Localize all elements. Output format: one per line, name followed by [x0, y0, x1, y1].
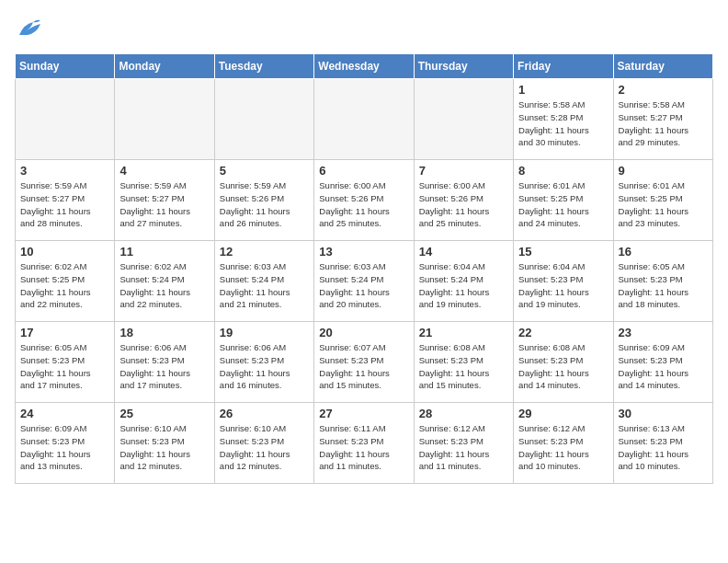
calendar-cell: 26Sunrise: 6:10 AM Sunset: 5:23 PM Dayli… [214, 403, 313, 484]
weekday-header-tuesday: Tuesday [214, 54, 313, 79]
day-number: 29 [518, 407, 608, 420]
day-info: Sunrise: 6:00 AM Sunset: 5:26 PM Dayligh… [319, 179, 408, 230]
weekday-header-thursday: Thursday [414, 54, 513, 79]
calendar-cell: 19Sunrise: 6:06 AM Sunset: 5:23 PM Dayli… [214, 322, 313, 403]
day-info: Sunrise: 6:12 AM Sunset: 5:23 PM Dayligh… [419, 422, 508, 473]
week-row-2: 3Sunrise: 5:59 AM Sunset: 5:27 PM Daylig… [16, 160, 713, 241]
day-info: Sunrise: 6:06 AM Sunset: 5:23 PM Dayligh… [220, 341, 309, 392]
day-info: Sunrise: 6:10 AM Sunset: 5:23 PM Dayligh… [119, 422, 209, 473]
calendar-cell: 25Sunrise: 6:10 AM Sunset: 5:23 PM Dayli… [115, 403, 214, 484]
day-info: Sunrise: 6:03 AM Sunset: 5:24 PM Dayligh… [319, 260, 408, 311]
calendar-cell: 7Sunrise: 6:00 AM Sunset: 5:26 PM Daylig… [414, 160, 513, 241]
day-number: 13 [319, 245, 408, 259]
day-number: 14 [419, 245, 508, 259]
day-number: 21 [419, 326, 508, 339]
calendar-cell [214, 79, 313, 160]
calendar-cell: 10Sunrise: 6:02 AM Sunset: 5:25 PM Dayli… [16, 241, 115, 322]
day-number: 23 [619, 326, 708, 339]
day-number: 25 [119, 407, 209, 420]
day-info: Sunrise: 6:13 AM Sunset: 5:23 PM Dayligh… [619, 422, 708, 473]
day-number: 22 [518, 326, 608, 339]
day-info: Sunrise: 6:00 AM Sunset: 5:26 PM Dayligh… [419, 179, 508, 230]
day-number: 30 [619, 407, 708, 420]
day-info: Sunrise: 6:05 AM Sunset: 5:23 PM Dayligh… [20, 341, 109, 392]
day-info: Sunrise: 6:11 AM Sunset: 5:23 PM Dayligh… [319, 422, 408, 473]
calendar-cell [16, 79, 115, 160]
day-info: Sunrise: 6:04 AM Sunset: 5:24 PM Dayligh… [419, 260, 508, 311]
calendar-cell: 14Sunrise: 6:04 AM Sunset: 5:24 PM Dayli… [414, 241, 513, 322]
calendar-cell: 23Sunrise: 6:09 AM Sunset: 5:23 PM Dayli… [613, 322, 712, 403]
calendar-cell: 5Sunrise: 5:59 AM Sunset: 5:26 PM Daylig… [214, 160, 313, 241]
calendar-cell [115, 79, 214, 160]
calendar-cell: 28Sunrise: 6:12 AM Sunset: 5:23 PM Dayli… [414, 403, 513, 484]
day-number: 5 [220, 164, 309, 178]
calendar-cell: 24Sunrise: 6:09 AM Sunset: 5:23 PM Dayli… [16, 403, 115, 484]
day-number: 27 [319, 407, 408, 420]
calendar-cell [314, 79, 414, 160]
week-row-4: 17Sunrise: 6:05 AM Sunset: 5:23 PM Dayli… [16, 322, 713, 403]
day-number: 20 [319, 326, 408, 339]
calendar-cell: 1Sunrise: 5:58 AM Sunset: 5:28 PM Daylig… [514, 79, 613, 160]
logo-icon [15, 15, 42, 42]
day-info: Sunrise: 6:01 AM Sunset: 5:25 PM Dayligh… [619, 179, 708, 230]
calendar-cell [414, 79, 513, 160]
calendar-cell: 9Sunrise: 6:01 AM Sunset: 5:25 PM Daylig… [613, 160, 712, 241]
day-number: 3 [20, 164, 109, 178]
day-info: Sunrise: 6:07 AM Sunset: 5:23 PM Dayligh… [319, 341, 408, 392]
day-info: Sunrise: 6:02 AM Sunset: 5:25 PM Dayligh… [20, 260, 109, 311]
day-info: Sunrise: 6:03 AM Sunset: 5:24 PM Dayligh… [220, 260, 309, 311]
weekday-header-saturday: Saturday [613, 54, 712, 79]
calendar-cell: 3Sunrise: 5:59 AM Sunset: 5:27 PM Daylig… [16, 160, 115, 241]
calendar-cell: 16Sunrise: 6:05 AM Sunset: 5:23 PM Dayli… [613, 241, 712, 322]
calendar-cell: 21Sunrise: 6:08 AM Sunset: 5:23 PM Dayli… [414, 322, 513, 403]
day-info: Sunrise: 5:59 AM Sunset: 5:27 PM Dayligh… [20, 179, 109, 230]
day-number: 28 [419, 407, 508, 420]
day-number: 2 [619, 83, 708, 97]
day-number: 18 [119, 326, 209, 339]
calendar-cell: 12Sunrise: 6:03 AM Sunset: 5:24 PM Dayli… [214, 241, 313, 322]
day-number: 17 [20, 326, 109, 339]
week-row-1: 1Sunrise: 5:58 AM Sunset: 5:28 PM Daylig… [16, 79, 713, 160]
day-number: 12 [220, 245, 309, 259]
day-info: Sunrise: 6:06 AM Sunset: 5:23 PM Dayligh… [119, 341, 209, 392]
calendar-cell: 30Sunrise: 6:13 AM Sunset: 5:23 PM Dayli… [613, 403, 712, 484]
calendar: SundayMondayTuesdayWednesdayThursdayFrid… [15, 53, 713, 484]
weekday-header-row: SundayMondayTuesdayWednesdayThursdayFrid… [16, 54, 713, 79]
day-number: 6 [319, 164, 408, 178]
day-info: Sunrise: 6:10 AM Sunset: 5:23 PM Dayligh… [220, 422, 309, 473]
day-number: 4 [119, 164, 209, 178]
day-info: Sunrise: 6:09 AM Sunset: 5:23 PM Dayligh… [619, 341, 708, 392]
logo [15, 15, 46, 42]
day-info: Sunrise: 6:08 AM Sunset: 5:23 PM Dayligh… [518, 341, 608, 392]
calendar-cell: 20Sunrise: 6:07 AM Sunset: 5:23 PM Dayli… [314, 322, 414, 403]
calendar-cell: 22Sunrise: 6:08 AM Sunset: 5:23 PM Dayli… [514, 322, 613, 403]
weekday-header-friday: Friday [514, 54, 613, 79]
day-info: Sunrise: 5:59 AM Sunset: 5:27 PM Dayligh… [119, 179, 209, 230]
calendar-cell: 2Sunrise: 5:58 AM Sunset: 5:27 PM Daylig… [613, 79, 712, 160]
day-number: 26 [220, 407, 309, 420]
day-info: Sunrise: 5:58 AM Sunset: 5:27 PM Dayligh… [619, 98, 708, 149]
week-row-3: 10Sunrise: 6:02 AM Sunset: 5:25 PM Dayli… [16, 241, 713, 322]
calendar-cell: 18Sunrise: 6:06 AM Sunset: 5:23 PM Dayli… [115, 322, 214, 403]
day-info: Sunrise: 6:08 AM Sunset: 5:23 PM Dayligh… [419, 341, 508, 392]
calendar-cell: 13Sunrise: 6:03 AM Sunset: 5:24 PM Dayli… [314, 241, 414, 322]
calendar-cell: 27Sunrise: 6:11 AM Sunset: 5:23 PM Dayli… [314, 403, 414, 484]
calendar-cell: 4Sunrise: 5:59 AM Sunset: 5:27 PM Daylig… [115, 160, 214, 241]
calendar-cell: 15Sunrise: 6:04 AM Sunset: 5:23 PM Dayli… [514, 241, 613, 322]
day-number: 9 [619, 164, 708, 178]
day-info: Sunrise: 6:09 AM Sunset: 5:23 PM Dayligh… [20, 422, 109, 473]
weekday-header-sunday: Sunday [16, 54, 115, 79]
calendar-cell: 6Sunrise: 6:00 AM Sunset: 5:26 PM Daylig… [314, 160, 414, 241]
header [15, 15, 713, 42]
day-info: Sunrise: 6:01 AM Sunset: 5:25 PM Dayligh… [518, 179, 608, 230]
day-number: 24 [20, 407, 109, 420]
day-info: Sunrise: 6:05 AM Sunset: 5:23 PM Dayligh… [619, 260, 708, 311]
day-number: 7 [419, 164, 508, 178]
week-row-5: 24Sunrise: 6:09 AM Sunset: 5:23 PM Dayli… [16, 403, 713, 484]
day-info: Sunrise: 6:02 AM Sunset: 5:24 PM Dayligh… [119, 260, 209, 311]
calendar-cell: 8Sunrise: 6:01 AM Sunset: 5:25 PM Daylig… [514, 160, 613, 241]
weekday-header-monday: Monday [115, 54, 214, 79]
day-info: Sunrise: 6:04 AM Sunset: 5:23 PM Dayligh… [518, 260, 608, 311]
calendar-cell: 29Sunrise: 6:12 AM Sunset: 5:23 PM Dayli… [514, 403, 613, 484]
day-number: 19 [220, 326, 309, 339]
